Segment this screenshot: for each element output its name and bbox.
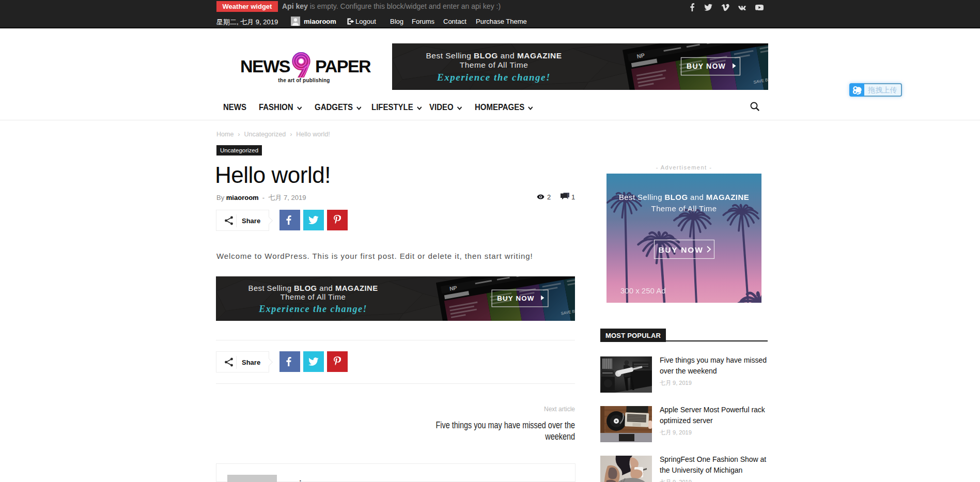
svg-text:Experience the change!: Experience the change! (258, 304, 367, 314)
svg-text:BUY NOW: BUY NOW (687, 62, 726, 70)
svg-text:Best Selling BLOG and MAGAZINE: Best Selling BLOG and MAGAZINE (619, 193, 749, 201)
svg-text:Theme of All Time: Theme of All Time (651, 204, 717, 213)
svg-text:Best Selling BLOG and MAGAZINE: Best Selling BLOG and MAGAZINE (248, 284, 378, 292)
svg-text:Theme of All Time: Theme of All Time (281, 293, 346, 301)
svg-text:Theme of All Time: Theme of All Time (460, 60, 528, 69)
svg-text:Best Selling BLOG and MAGAZINE: Best Selling BLOG and MAGAZINE (426, 51, 562, 60)
svg-text:BUY NOW: BUY NOW (658, 245, 703, 254)
svg-text:300 x 250 Ad: 300 x 250 Ad (620, 286, 666, 295)
svg-text:Experience the change!: Experience the change! (437, 72, 551, 83)
svg-text:BUY NOW: BUY NOW (497, 294, 534, 302)
